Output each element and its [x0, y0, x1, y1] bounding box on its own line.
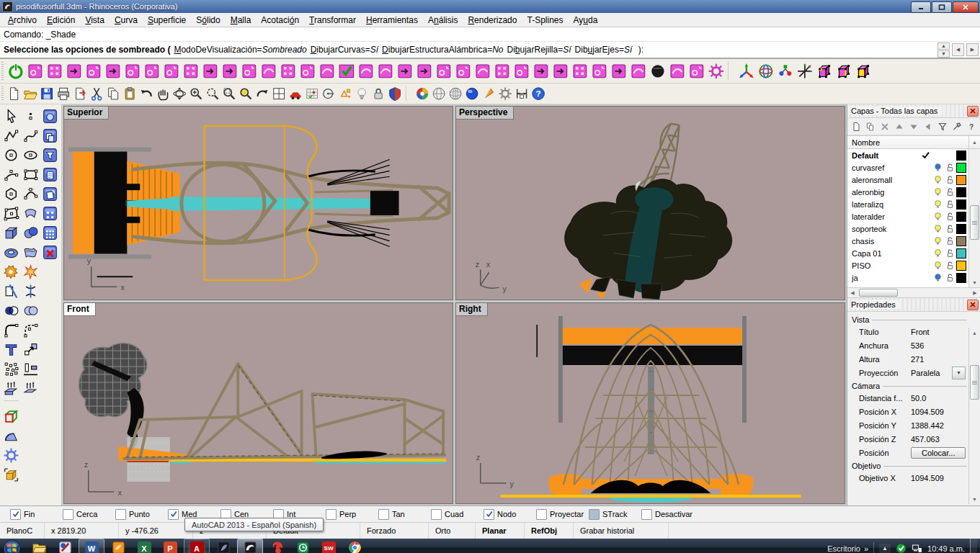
layer-row-lateralder[interactable]: lateralder: [847, 210, 968, 222]
status-x--------[interactable]: x 2819.20: [45, 523, 119, 539]
desktop-toolbar-chevron[interactable]: »: [864, 544, 868, 553]
layer-color-swatch[interactable]: [956, 212, 966, 222]
torus-icon[interactable]: [2, 243, 20, 261]
superior-viewport-canvas[interactable]: y x: [64, 107, 453, 300]
command-scroll-right-icon[interactable]: ▶: [966, 43, 979, 56]
layers-vertical-scrollbar[interactable]: ▼: [968, 149, 980, 287]
status-orto[interactable]: Orto: [429, 523, 476, 539]
dimension-tool-icon[interactable]: [514, 86, 530, 102]
properties-panel-close-icon[interactable]: [967, 300, 979, 310]
cone-analysis-icon[interactable]: [481, 86, 497, 102]
ts-panel-icon[interactable]: [570, 61, 589, 81]
move-axis-cross-icon[interactable]: [795, 61, 814, 81]
curve-handles-icon[interactable]: [22, 185, 40, 203]
menu-tsplines[interactable]: T-Splines: [522, 14, 568, 26]
split-icon[interactable]: [22, 282, 40, 300]
render-shield-icon[interactable]: [387, 86, 404, 102]
ts-point-scatter-icon[interactable]: [667, 61, 687, 81]
osnap-cerca[interactable]: Cerca: [63, 509, 115, 520]
viewport-front[interactable]: z x Front: [63, 302, 453, 504]
box-edit-icon[interactable]: [2, 466, 20, 484]
osnap-desactivar[interactable]: Desactivar: [641, 509, 694, 520]
prompt-option-4[interactable]: DibujarRejilla=Sí: [507, 45, 571, 55]
fillet-handles-icon[interactable]: [22, 321, 40, 339]
status-planar[interactable]: Planar: [476, 523, 525, 539]
osnap-checkbox-punto[interactable]: [115, 509, 126, 520]
menu-slido[interactable]: Sólido: [191, 14, 225, 26]
gumball-nodes-icon[interactable]: [775, 61, 795, 81]
menu-malla[interactable]: Malla: [226, 14, 257, 26]
taskbar-solidworks[interactable]: SW: [316, 539, 341, 553]
title-bar[interactable]: pisodifusorfull.3dm - Rhinoceros (Corpor…: [0, 0, 980, 13]
layer-color-swatch[interactable]: [956, 163, 966, 173]
current-layer-check-icon[interactable]: [919, 223, 932, 234]
axis-tripod-icon[interactable]: [736, 61, 756, 81]
arc-icon[interactable]: [2, 166, 20, 184]
status-forzado[interactable]: Forzado: [360, 523, 429, 539]
layer-row-aleronsmall[interactable]: aleronsmall: [847, 174, 968, 186]
taskbar-explorer[interactable]: [27, 539, 51, 553]
layer-lock-icon[interactable]: [944, 174, 956, 185]
options-gear-blue-icon[interactable]: [2, 446, 20, 464]
desktop-toolbar-label[interactable]: Escritorio: [827, 544, 860, 553]
undo-view-icon[interactable]: [254, 86, 271, 102]
layer-visibility-bulb-icon[interactable]: [932, 260, 944, 271]
cube-corner-point-icon[interactable]: [814, 61, 834, 81]
lock-objects-icon[interactable]: [370, 86, 387, 102]
layer-color-swatch[interactable]: [956, 150, 966, 161]
ts-swap-rotate-icon[interactable]: [161, 61, 181, 81]
explode-puzzle-icon[interactable]: [2, 263, 20, 281]
layers-panel-close-icon[interactable]: [967, 106, 979, 117]
ts-pin-icon[interactable]: [687, 61, 706, 81]
ts-arch-icon[interactable]: [220, 61, 239, 81]
ts-diamond-cv-icon[interactable]: [551, 61, 570, 81]
ts-insert-edge-icon[interactable]: [298, 61, 317, 81]
cplane-circle-icon[interactable]: [321, 86, 337, 102]
ts-sphere-dark-icon[interactable]: [648, 61, 667, 81]
fillet-curve-icon[interactable]: [2, 321, 20, 339]
export-page-icon[interactable]: [72, 86, 89, 102]
fillet-edge-blue-icon[interactable]: [2, 427, 20, 445]
layer-row-capa-01[interactable]: Capa 01: [847, 247, 968, 259]
ts-check-grid-icon[interactable]: [337, 61, 356, 81]
menu-edicin[interactable]: Edición: [42, 14, 80, 26]
rgb-cube-icon[interactable]: [2, 408, 20, 426]
layer-lock-icon[interactable]: [944, 235, 956, 246]
named-views-car-icon[interactable]: [288, 86, 304, 102]
new-file-icon[interactable]: [6, 86, 22, 102]
menu-superficie[interactable]: Superficie: [143, 14, 191, 26]
ts-insert-points-icon[interactable]: [142, 61, 161, 81]
boolean-union-icon[interactable]: [22, 302, 40, 320]
layer-visibility-bulb-icon[interactable]: [932, 272, 944, 283]
options-gears-icon[interactable]: [497, 86, 514, 102]
filter-layers-icon[interactable]: [936, 120, 949, 133]
layer-row-soporteok[interactable]: soporteok: [847, 222, 968, 235]
surface-wavy-icon[interactable]: [22, 243, 40, 261]
ts-subdivide-grid-icon[interactable]: [395, 61, 414, 81]
layer-visibility-bulb-icon[interactable]: [932, 223, 944, 234]
layer-lock-icon[interactable]: [944, 199, 956, 210]
projection-dropdown-icon[interactable]: ▼: [952, 367, 966, 379]
viewport-title-superior[interactable]: Superior: [64, 107, 109, 120]
current-layer-check-icon[interactable]: [919, 211, 932, 222]
current-layer-check-icon[interactable]: [919, 248, 932, 258]
save-file-icon[interactable]: [39, 86, 55, 102]
viewport-title-perspective[interactable]: Perspective: [456, 107, 514, 120]
surface-from-points-icon[interactable]: [2, 204, 20, 222]
status-y--------[interactable]: y -476.26: [119, 523, 193, 539]
taskbar-green-app[interactable]: [290, 539, 315, 553]
layer-lock-icon[interactable]: [944, 211, 956, 222]
ts-surface-arrows-icon[interactable]: [492, 61, 512, 81]
ts-pipe-join-icon[interactable]: [453, 61, 473, 81]
taskbar-rhinoceros[interactable]: [237, 539, 263, 553]
layers-panel-header[interactable]: Capas - Todas las capas: [847, 104, 980, 118]
cube-edge-highlight-icon[interactable]: [834, 61, 853, 81]
layer-color-swatch[interactable]: [956, 175, 966, 185]
ts-frame-points-icon[interactable]: [317, 61, 337, 81]
cube-face-highlight-icon[interactable]: [853, 61, 873, 81]
osnap-checkbox-proyectar[interactable]: [536, 509, 547, 520]
print-icon[interactable]: [55, 86, 72, 102]
ts-surface-from-curves-icon[interactable]: [25, 61, 45, 81]
status-refobj[interactable]: RefObj: [525, 523, 574, 539]
menu-transformar[interactable]: Transformar: [304, 14, 361, 26]
